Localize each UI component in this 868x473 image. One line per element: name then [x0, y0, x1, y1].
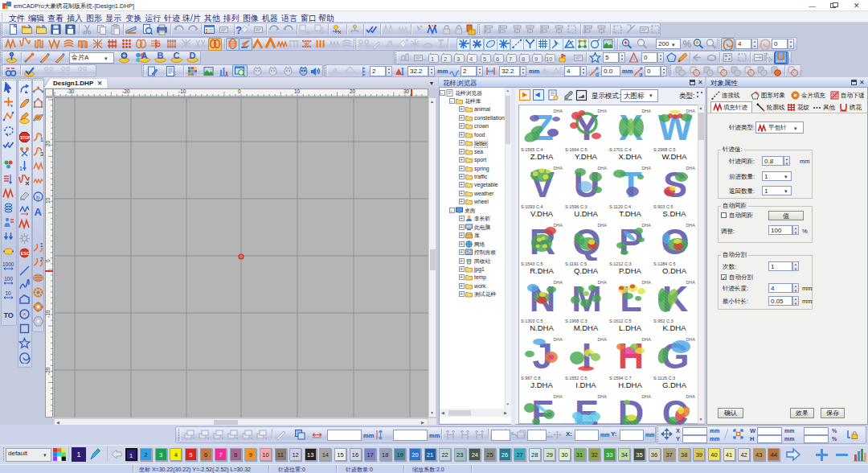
svg-text:ESC: ESC: [21, 251, 30, 256]
svg-text:10: 10: [6, 290, 12, 296]
svg-text:1000: 1000: [2, 261, 14, 267]
svg-text:d: d: [596, 72, 599, 77]
svg-text:DHA: DHA: [641, 337, 651, 342]
svg-text:A: A: [141, 51, 148, 60]
svg-text:7: 7: [509, 56, 512, 63]
svg-text:DHA: DHA: [641, 223, 651, 228]
svg-text:DHA: DHA: [641, 394, 651, 399]
svg-text:C: C: [174, 51, 180, 60]
svg-text:a: a: [640, 72, 643, 77]
svg-text:DHA: DHA: [641, 109, 651, 113]
svg-text:TO: TO: [4, 311, 14, 319]
svg-text:DHA: DHA: [686, 223, 695, 228]
svg-text:DHA: DHA: [686, 394, 695, 399]
svg-text:DHA: DHA: [553, 109, 563, 113]
svg-text:DHA: DHA: [597, 337, 607, 342]
svg-text:1: 1: [40, 242, 43, 248]
svg-text:10: 10: [546, 56, 552, 63]
svg-text:b: b: [36, 194, 40, 201]
svg-text:DHA: DHA: [553, 223, 563, 228]
svg-text:2: 2: [444, 56, 447, 63]
svg-text:DHA: DHA: [686, 109, 695, 113]
svg-text:4: 4: [469, 56, 473, 63]
svg-text:DHA: DHA: [686, 337, 695, 342]
svg-text:DHA: DHA: [641, 166, 651, 171]
svg-text:8: 8: [522, 56, 525, 63]
svg-text:100: 100: [4, 276, 13, 282]
svg-text:2: 2: [40, 257, 43, 262]
svg-text:DHA: DHA: [553, 280, 563, 285]
svg-text:DHA: DHA: [553, 394, 563, 399]
svg-text:DHA: DHA: [597, 280, 607, 285]
svg-text:B: B: [158, 51, 164, 60]
svg-text:DHA: DHA: [553, 337, 563, 342]
svg-text:DHA: DHA: [641, 280, 651, 285]
svg-text:DHA: DHA: [553, 166, 563, 171]
svg-text:DHA: DHA: [686, 166, 695, 171]
svg-text:5: 5: [483, 56, 486, 63]
svg-text:$: $: [173, 71, 176, 76]
svg-text:1: 1: [19, 166, 23, 171]
svg-text:3: 3: [457, 56, 460, 63]
svg-text:%: %: [683, 39, 692, 50]
svg-text:DHA: DHA: [597, 223, 607, 228]
svg-text:1: 1: [431, 56, 434, 63]
svg-text:DHA: DHA: [597, 394, 607, 399]
svg-text:9: 9: [534, 56, 538, 63]
svg-text:DHA: DHA: [597, 166, 607, 171]
svg-text:3: 3: [40, 151, 43, 157]
svg-text:D: D: [190, 51, 196, 60]
svg-text:DHA: DHA: [597, 109, 607, 113]
svg-text:STOP: STOP: [20, 136, 30, 140]
svg-text:1: 1: [40, 137, 43, 142]
svg-text:A: A: [35, 206, 43, 217]
svg-text:DHA: DHA: [686, 280, 695, 285]
svg-text:6: 6: [496, 56, 499, 63]
